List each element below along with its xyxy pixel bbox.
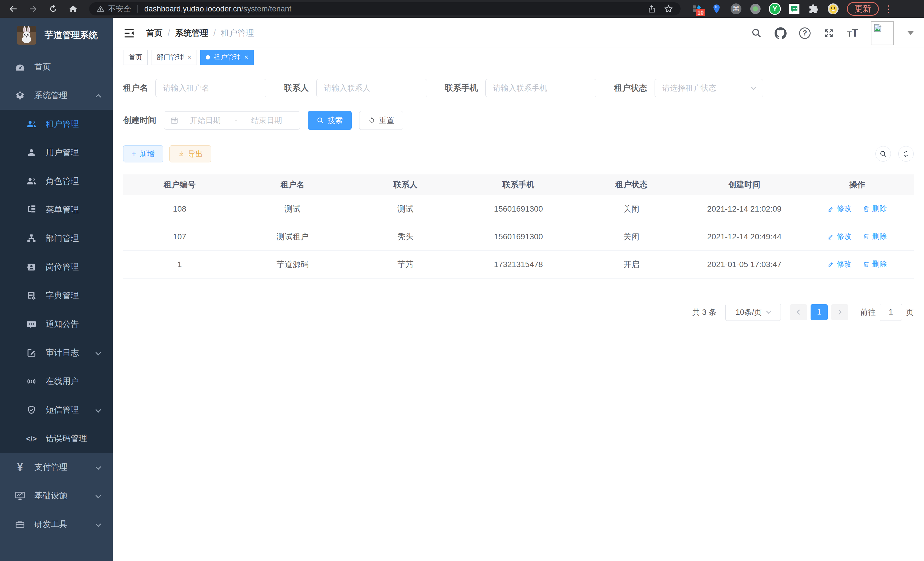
- pagination-total: 共 3 条: [692, 307, 716, 317]
- tenant-name-input[interactable]: [155, 79, 266, 97]
- avatar-dropdown-caret-icon[interactable]: [908, 31, 914, 35]
- sidebar-item-online-users[interactable]: 在线用户: [0, 367, 113, 396]
- browser-back-icon[interactable]: [8, 3, 19, 15]
- mobile-input[interactable]: [485, 79, 596, 97]
- security-label[interactable]: 不安全: [108, 4, 131, 14]
- extension-command-icon[interactable]: ⌘: [730, 3, 742, 15]
- delete-button[interactable]: 删除: [863, 204, 887, 214]
- refresh-table-button[interactable]: [898, 146, 914, 162]
- status-select[interactable]: 请选择租户状态: [655, 79, 763, 97]
- sidebar-item-error-code[interactable]: </> 错误码管理: [0, 424, 113, 453]
- chevron-down-icon: [751, 85, 756, 90]
- browser-forward-icon[interactable]: [27, 3, 39, 15]
- breadcrumb-system[interactable]: 系统管理: [175, 27, 208, 39]
- search-icon: [316, 117, 324, 124]
- sidebar-item-dept[interactable]: 部门管理: [0, 224, 113, 253]
- create-time-range-picker[interactable]: 开始日期 - 结束日期: [164, 111, 300, 129]
- toggle-search-button[interactable]: [875, 146, 891, 162]
- sidebar-item-tenant[interactable]: 租户管理: [0, 110, 113, 138]
- tab-dept[interactable]: 部门管理 ×: [151, 50, 197, 65]
- chevron-down-icon: [766, 308, 771, 314]
- chevron-down-icon: [95, 493, 101, 498]
- dashboard-icon: [14, 62, 26, 72]
- sidebar-item-dict[interactable]: 字典管理: [0, 281, 113, 310]
- sidebar-item-post[interactable]: 岗位管理: [0, 253, 113, 281]
- sidebar-item-infra[interactable]: 基础设施: [0, 481, 113, 510]
- avatar[interactable]: [871, 21, 894, 45]
- sidebar-logo[interactable]: 芋道管理系统: [0, 18, 113, 53]
- dictionary-icon: [25, 290, 38, 301]
- col-contact: 联系人: [349, 174, 462, 195]
- extension-record-icon[interactable]: [749, 3, 762, 15]
- add-button[interactable]: + 新增: [123, 145, 163, 162]
- bookmark-star-icon[interactable]: [664, 4, 673, 14]
- extension-pin-icon[interactable]: [710, 3, 723, 15]
- browser-reload-icon[interactable]: [47, 3, 59, 15]
- tab-close-icon[interactable]: ×: [188, 53, 191, 61]
- share-icon[interactable]: [647, 5, 656, 13]
- header-search-icon[interactable]: [751, 28, 762, 39]
- sidebar-item-home[interactable]: 首页: [0, 53, 113, 81]
- status-label: 租户状态: [614, 82, 647, 94]
- tab-home[interactable]: 首页: [123, 50, 148, 65]
- url-path: /system/tenant: [241, 5, 291, 14]
- edit-button[interactable]: 修改: [827, 204, 851, 214]
- delete-button[interactable]: 删除: [863, 259, 887, 269]
- yen-icon: ¥: [14, 461, 26, 473]
- sidebar-item-role[interactable]: 角色管理: [0, 167, 113, 196]
- reset-button[interactable]: 重置: [359, 111, 403, 130]
- table-row: 108 测试 测试 15601691300 关闭 2021-12-14 21:0…: [123, 195, 914, 223]
- prev-page-button[interactable]: [790, 304, 807, 320]
- calendar-icon: [170, 116, 178, 124]
- font-size-icon[interactable]: TT: [847, 27, 858, 39]
- cell-status: 关闭: [575, 195, 688, 223]
- edit-button[interactable]: 修改: [827, 259, 851, 269]
- tab-close-icon[interactable]: ×: [244, 53, 248, 61]
- browser-home-icon[interactable]: [68, 3, 79, 15]
- col-actions: 操作: [801, 174, 914, 195]
- sidebar-item-menu[interactable]: 菜单管理: [0, 196, 113, 224]
- extension-sketch-icon[interactable]: 10: [691, 3, 704, 15]
- contact-input[interactable]: [316, 79, 427, 97]
- page-content: 租户名 联系人 联系手机 租户状态 请选择租户状态: [113, 66, 924, 561]
- fullscreen-icon[interactable]: [823, 27, 835, 39]
- extension-y-icon[interactable]: Y: [769, 3, 781, 15]
- address-bar[interactable]: 不安全 dashboard.yudao.iocoder.cn/system/te…: [89, 2, 681, 15]
- sidebar-item-system[interactable]: 系统管理: [0, 81, 113, 110]
- sidebar-item-label: 租户管理: [46, 118, 79, 130]
- sidebar-item-user[interactable]: 用户管理: [0, 138, 113, 167]
- page-number-1[interactable]: 1: [811, 304, 828, 320]
- export-button[interactable]: 导出: [170, 145, 211, 162]
- edit-button[interactable]: 修改: [827, 231, 851, 241]
- next-page-button[interactable]: [831, 304, 848, 320]
- sidebar-item-audit-log[interactable]: 审计日志: [0, 338, 113, 367]
- tenants-icon: [25, 119, 38, 129]
- extension-puzzle-icon[interactable]: [807, 3, 820, 15]
- browser-menu-icon[interactable]: ⋮: [884, 3, 893, 14]
- sidebar-item-sms[interactable]: 短信管理: [0, 396, 113, 424]
- pagination: 共 3 条 10条/页 1 前往 页: [123, 304, 914, 321]
- gear-icon: [14, 90, 26, 101]
- broken-image-icon: [873, 23, 883, 33]
- shield-check-icon: [25, 405, 38, 415]
- extension-chat-icon[interactable]: [788, 3, 801, 15]
- help-icon[interactable]: ?: [799, 27, 811, 39]
- extension-avatar-emoji-icon[interactable]: [827, 3, 839, 15]
- search-button[interactable]: 搜索: [308, 111, 352, 130]
- goto-page-input[interactable]: [880, 304, 902, 321]
- sidebar-item-notice[interactable]: 通知公告: [0, 310, 113, 338]
- page-size-select[interactable]: 10条/页: [725, 304, 781, 321]
- sidebar-collapse-icon[interactable]: [123, 27, 135, 39]
- sidebar-item-devtools[interactable]: 研发工具: [0, 510, 113, 539]
- message-icon: [25, 319, 38, 329]
- tab-tenant[interactable]: 租户管理 ×: [200, 50, 254, 65]
- github-icon[interactable]: [775, 27, 787, 39]
- sidebar-item-label: 在线用户: [46, 376, 79, 387]
- system-submenu: 租户管理 用户管理 角色管理: [0, 110, 113, 453]
- delete-button[interactable]: 删除: [863, 231, 887, 241]
- breadcrumb-home[interactable]: 首页: [146, 27, 163, 39]
- cell-status: 关闭: [575, 223, 688, 250]
- cell-create-time: 2021-01-05 17:03:47: [688, 250, 801, 278]
- browser-update-button[interactable]: 更新: [847, 2, 879, 16]
- sidebar-item-payment[interactable]: ¥ 支付管理: [0, 453, 113, 481]
